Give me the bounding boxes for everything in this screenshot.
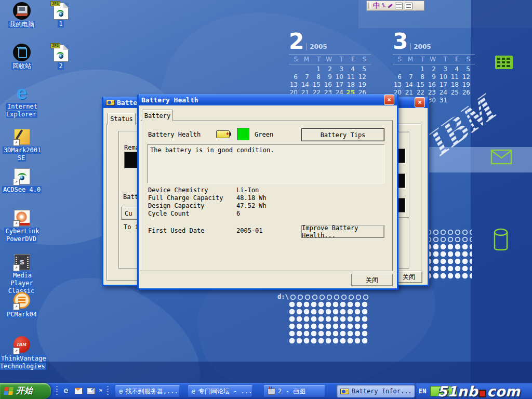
desktop-icon-label: 2: [48, 62, 74, 70]
show-desktop-icon: [87, 388, 95, 394]
desktop-icon-file-2[interactable]: JPG 2: [48, 44, 74, 70]
to-text-fragment: To i: [124, 223, 139, 231]
tab-status[interactable]: Status: [108, 113, 136, 125]
recycle-bin-icon: [13, 44, 31, 61]
dot-pattern-rings: [425, 229, 472, 243]
language-bar[interactable]: 中 %: [366, 1, 424, 11]
close-button[interactable]: 关闭: [395, 271, 422, 283]
jpg-file-icon: JPG: [52, 2, 70, 19]
watermark-dot-icon: [478, 390, 486, 397]
quicklaunch-outlook-express[interactable]: [74, 386, 83, 395]
desktop-icon-recycle-bin[interactable]: 回收站: [0, 44, 44, 70]
desktop-icon-powerdvd[interactable]: CyberLink PowerDVD: [0, 209, 44, 243]
calendar-february: 2 2005 SMTWTFS 1234567891011121314151617…: [289, 30, 371, 104]
calendar-month-number: 3: [393, 32, 408, 51]
taskbar-task-browser-2[interactable]: e 专门网论坛 - ...: [188, 385, 252, 397]
3dmark-icon: [13, 128, 31, 145]
info-label: Full Charge Capacity: [148, 194, 223, 202]
window-title: Batte: [117, 99, 137, 107]
cylinder-icon: [493, 228, 509, 255]
calendar-month-number: 2: [289, 32, 304, 51]
health-color-swatch: [237, 128, 249, 140]
desktop-icon-media-player-classic[interactable]: s Media Player Classic: [0, 253, 44, 295]
info-label: Cycle Count: [148, 210, 189, 217]
desktop-icon-label: 我的电脑: [0, 21, 44, 29]
close-button[interactable]: 关闭: [351, 274, 393, 286]
improve-battery-health-button[interactable]: Improve Battery Health...: [301, 225, 384, 238]
drag-handle[interactable]: [368, 3, 371, 9]
internet-explorer-icon: e: [17, 82, 28, 103]
pcmark-icon: [13, 292, 31, 310]
quicklaunch-show-desktop[interactable]: [86, 386, 96, 395]
grid-icon: [495, 55, 513, 71]
watermark: 51nb com: [437, 383, 520, 399]
calendar-weekday-header: SMTWTFS: [393, 54, 475, 64]
first-used-value: 2005-01: [236, 227, 263, 234]
menu-icon[interactable]: [405, 3, 413, 9]
chinese-input-icon[interactable]: 中: [373, 2, 380, 10]
desktop-screen: IBM d:\: [0, 0, 532, 399]
calendar-year: 2005: [410, 43, 431, 50]
shortcut-arrow-icon: [13, 179, 20, 185]
desktop-icon-label: ThinkVantage Technologies: [0, 355, 44, 370]
powerdvd-icon: [13, 209, 31, 227]
ie-icon: e: [119, 387, 123, 395]
desktop-icon-label: 1: [48, 20, 74, 28]
mail-icon: [74, 388, 83, 394]
fullwidth-mode-icon[interactable]: %: [382, 2, 385, 10]
battery-app-icon: [106, 100, 115, 105]
desktop-icon-3dmark2001[interactable]: 3DMark2001 SE: [0, 128, 44, 162]
desktop-icon-label: 回收站: [0, 62, 44, 70]
dot-pattern-filled: [288, 301, 369, 345]
pen-icon[interactable]: [388, 4, 393, 8]
drive-label: d:\: [277, 293, 289, 300]
battery-health-label: Battery Health: [148, 131, 201, 138]
desktop-icon-file-1[interactable]: JPG 1: [48, 2, 74, 28]
battery-health-dialog: Battery Health Battery Battery Health + …: [137, 94, 398, 290]
battery-tips-button[interactable]: Battery Tips: [301, 128, 384, 141]
keyboard-icon[interactable]: [395, 3, 403, 9]
battery-health-titlebar[interactable]: Battery Health: [139, 94, 397, 105]
taskbar-task-browser-1[interactable]: e 找不到服务器,...: [115, 385, 180, 397]
calendar-march: 3 2005 SMTWTFS 1234567891011121314151617…: [393, 30, 475, 104]
desktop-icon-pcmark04[interactable]: PCMark04: [0, 292, 44, 318]
info-value: Li-Ion: [236, 187, 259, 194]
shortcut-arrow-icon: [13, 348, 20, 354]
desktop-icon-acdsee[interactable]: ACDSee 4.0: [0, 167, 44, 194]
desktop-icon-label: 3DMark2001 SE: [0, 147, 44, 162]
info-label: Design Capacity: [148, 202, 204, 209]
desktop-icon-thinkvantage[interactable]: IBM ThinkVantage Technologies: [0, 336, 44, 370]
jpg-file-icon: JPG: [52, 44, 70, 61]
paint-icon: [268, 388, 275, 395]
info-value: 6: [236, 210, 240, 217]
shortcut-arrow-icon: [13, 220, 20, 227]
desktop-icon-my-computer[interactable]: 我的电脑: [0, 2, 44, 29]
desktop-icon-internet-explorer[interactable]: e Internet Explorer: [0, 84, 44, 118]
first-used-label: First Used Date: [148, 227, 204, 234]
dot-pattern-filled: [425, 243, 472, 281]
wallpaper-band: [0, 362, 532, 383]
taskbar-task-paint[interactable]: 2 - 画图: [264, 385, 325, 397]
tab-battery[interactable]: Battery: [142, 110, 173, 121]
quicklaunch-internet-explorer[interactable]: e: [61, 386, 71, 395]
close-icon[interactable]: [415, 97, 425, 108]
ie-icon: e: [64, 386, 69, 395]
close-icon[interactable]: [384, 95, 394, 105]
battery-app-icon: [340, 389, 349, 394]
info-value: 48.18 Wh: [236, 194, 267, 202]
window-title: Battery Health: [141, 96, 198, 104]
language-indicator[interactable]: EN: [419, 388, 426, 395]
media-player-classic-icon: s: [13, 253, 31, 271]
thinkvantage-icon: IBM: [13, 336, 31, 354]
taskbar-task-battery-information[interactable]: Battery Infor...: [337, 385, 415, 397]
desktop-icon-label: PCMark04: [0, 311, 44, 318]
shortcut-arrow-icon: [13, 303, 20, 310]
battery-icon: +: [216, 130, 230, 138]
info-value: 47.52 Wh: [236, 202, 267, 209]
quicklaunch-overflow-chevron[interactable]: [99, 387, 102, 394]
desktop-icon-label: Internet Explorer: [0, 103, 44, 118]
start-button[interactable]: 开始: [0, 383, 51, 399]
my-computer-icon: [13, 2, 31, 20]
health-status-text: Green: [255, 131, 273, 138]
envelope-icon: [490, 149, 512, 166]
